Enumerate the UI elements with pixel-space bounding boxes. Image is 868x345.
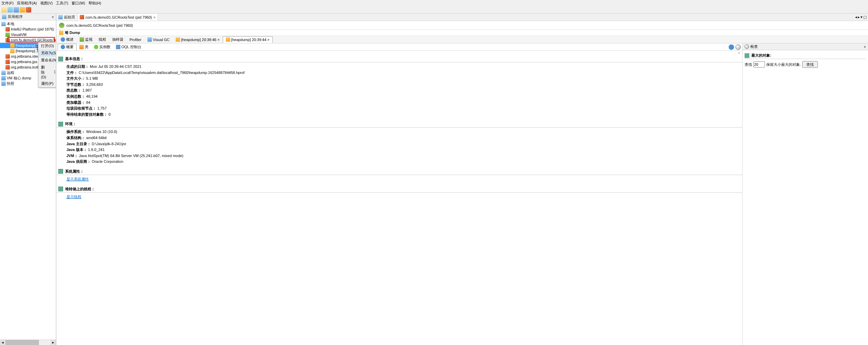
sidebar-tab[interactable]: 应用程序 × <box>0 14 56 20</box>
scroll-thumb[interactable] <box>5 340 39 345</box>
tab-icon <box>94 45 98 49</box>
row-key: 文件大小： <box>66 76 85 80</box>
find-label: 查找 <box>745 62 752 67</box>
dump-tab[interactable]: 类 <box>77 44 91 51</box>
snapshot-icon[interactable] <box>14 7 19 13</box>
tab-icon <box>58 15 63 19</box>
ctx-open[interactable]: 打开(O) <box>38 42 56 50</box>
section-icon <box>58 187 63 191</box>
sub-tab[interactable]: 监视 <box>77 36 96 43</box>
dump-tab[interactable]: 实例数 <box>91 44 113 51</box>
tab-icon <box>147 37 152 42</box>
row-val: C:\Users\93422\AppData\Local\Temp\visual… <box>79 71 244 75</box>
heap-icon <box>59 31 63 35</box>
app-tree[interactable]: 本地IntelliJ Platform (pid 1876)VisualVMco… <box>0 20 56 340</box>
sub-tab[interactable]: 概述 <box>58 36 77 43</box>
node-icon <box>1 81 6 86</box>
tab-close-icon[interactable]: × <box>268 38 270 42</box>
tree-node[interactable]: VisualVM <box>0 32 56 37</box>
tab-close-icon[interactable]: × <box>217 38 219 42</box>
search-icon[interactable] <box>735 44 741 50</box>
thread-dump-icon[interactable] <box>26 7 31 13</box>
ctx-delete[interactable]: 删除(D)Delete <box>38 64 56 80</box>
node-label: IntelliJ Platform (pid 1876) <box>11 27 54 31</box>
editor-tab[interactable]: com.fs.demo01.GCRootsTest (pid 7960)× <box>78 14 158 21</box>
info-row: 文件： C:\Users\93422\AppData\Local\Temp\vi… <box>66 70 739 76</box>
tab-close-icon[interactable]: × <box>153 15 155 19</box>
context-menu: 打开(O) 另存为(S)... 重命名(N)... 删除(D)Delete 属性… <box>38 42 56 88</box>
ctx-rename[interactable]: 重命名(N)... <box>38 57 56 64</box>
tab-icon <box>80 15 84 19</box>
sidebar-close-icon[interactable]: × <box>52 15 54 19</box>
panel-close-icon[interactable]: × <box>738 51 740 55</box>
editor-subheader: 堆 Dump <box>56 30 868 36</box>
threads-link[interactable]: 显示线程 <box>66 195 81 199</box>
suffix-label: 保留大小最大的对象. <box>766 62 801 67</box>
sub-tab[interactable]: 线程 <box>96 36 109 43</box>
menu-file[interactable]: 文件(F) <box>1 1 14 6</box>
info-row: Java 供应商： Oracle Corporation <box>66 159 739 165</box>
maximize-icon[interactable]: ▢ <box>863 15 867 19</box>
count-input[interactable] <box>753 61 765 68</box>
dropdown-icon[interactable]: ▾ <box>861 15 863 19</box>
node-icon <box>10 43 15 48</box>
row-val: 48,194 <box>86 94 98 98</box>
heapdump-icon[interactable] <box>20 7 25 13</box>
scroll-left-icon[interactable]: ◂ <box>855 15 857 19</box>
info-icon[interactable] <box>729 44 734 50</box>
menu-help[interactable]: 帮助(H) <box>88 1 101 6</box>
dump-tab[interactable]: 概要 <box>58 44 77 51</box>
node-label: org.jetbrains.kotl <box>11 65 38 69</box>
menu-app[interactable]: 应用程序(A) <box>17 1 37 6</box>
find-button[interactable]: 查找 <box>802 61 818 68</box>
dump-tab[interactable]: OQL 控制台 <box>113 44 144 51</box>
info-row: 生成的日期： Mon Jul 05 20:39:44 CST 2021 <box>66 64 739 70</box>
row-val: 0 <box>108 112 111 116</box>
sub-tab[interactable]: Profiler <box>126 36 144 43</box>
sysprops-link[interactable]: 显示系统属性 <box>66 177 89 181</box>
tree-node[interactable]: 本地 <box>0 21 56 26</box>
tab-label: 线程 <box>99 37 106 42</box>
sub-tab[interactable]: [heapdump] 20:39:44 × <box>223 36 273 43</box>
menubar: 文件(F) 应用程序(A) 视图(V) 工具(T) 窗口(W) 帮助(H) <box>0 0 868 6</box>
editor-title: com.fs.demo01.GCRootsTest (pid 7960) <box>66 23 133 27</box>
sub-tab[interactable]: Visual GC <box>144 36 173 43</box>
info-row: 垃圾回收根节点： 1,757 <box>66 106 739 112</box>
editor-tab[interactable]: 起始页 <box>56 14 78 21</box>
row-val: 1.8.0_241 <box>88 148 105 152</box>
tab-label: [heapdump] 20:39:44 <box>231 38 267 42</box>
ctx-properties[interactable]: 属性(P) <box>38 80 56 87</box>
info-row: 类总数： 1,987 <box>66 88 739 94</box>
tab-label: [heapdump] 20:38:46 <box>181 38 216 42</box>
tab-icon <box>176 37 180 42</box>
ctx-save-as[interactable]: 另存为(S)... <box>38 50 56 57</box>
inspect-section-head: 最大的对象: <box>745 52 866 59</box>
row-val: 1,757 <box>97 106 107 110</box>
open-icon[interactable] <box>1 7 7 13</box>
menu-window[interactable]: 窗口(W) <box>72 1 85 6</box>
menu-tools[interactable]: 工具(T) <box>56 1 68 6</box>
menu-view[interactable]: 视图(V) <box>40 1 53 6</box>
node-icon <box>1 22 6 26</box>
sub-tab[interactable]: 抽样器 <box>109 36 126 43</box>
scroll-right-icon[interactable]: ▸ <box>51 340 56 345</box>
row-key: 垃圾回收根节点： <box>66 106 96 110</box>
scroll-left-icon[interactable]: ◂ <box>0 340 5 345</box>
section-sysprops-head: 系统属性： <box>56 168 742 175</box>
node-icon <box>5 33 10 37</box>
sidebar-scrollbar[interactable]: ◂ ▸ <box>0 340 56 345</box>
node-icon <box>5 60 10 64</box>
inspect-tab[interactable]: 检查 × <box>743 43 868 50</box>
sidebar-tab-label: 应用程序 <box>8 14 23 19</box>
node-label: 快照 <box>7 81 14 86</box>
refresh-icon[interactable] <box>59 23 64 28</box>
scroll-right-icon[interactable]: ▸ <box>858 15 860 19</box>
tab-label: 抽样器 <box>112 37 123 42</box>
tree-node[interactable]: IntelliJ Platform (pid 1876) <box>0 26 56 32</box>
sub-tab[interactable]: [heapdump] 20:38:46 × <box>173 36 222 43</box>
section-env-title: 环境： <box>65 121 76 127</box>
save-icon[interactable] <box>7 7 13 13</box>
row-key: 类总数： <box>66 88 81 92</box>
inspect-close-icon[interactable]: × <box>864 45 866 49</box>
node-icon <box>5 38 10 42</box>
